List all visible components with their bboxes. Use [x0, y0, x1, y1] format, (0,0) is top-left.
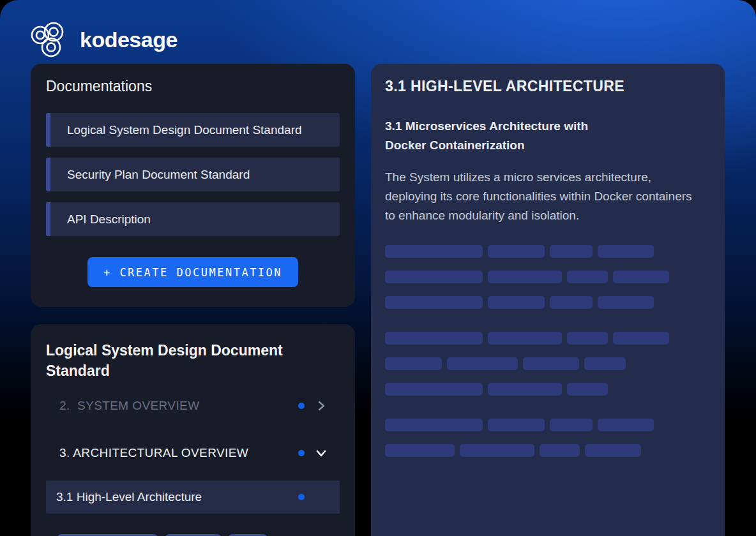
- doc-item-logical-system-design[interactable]: Logical System Design Document Standard: [46, 113, 340, 147]
- skeleton-block: [385, 245, 483, 258]
- kodesage-knot-icon: [29, 21, 67, 58]
- documentation-list: Logical System Design Document Standard …: [46, 113, 340, 236]
- skeleton-row: [385, 332, 669, 345]
- doc-item-label: API Description: [67, 212, 151, 227]
- skeleton-block: [584, 357, 626, 370]
- skeleton-block: [550, 245, 593, 258]
- brand-logo[interactable]: kodesage: [29, 21, 178, 58]
- skeleton-row: [385, 245, 669, 258]
- skeleton-block: [523, 357, 579, 370]
- doc-item-label: Security Plan Document Standard: [67, 168, 250, 182]
- skeleton-block: [385, 383, 483, 396]
- skeleton-block: [385, 332, 483, 345]
- skeleton-block: [585, 444, 641, 457]
- skeleton-block: [540, 444, 580, 457]
- skeleton-block: [598, 296, 654, 309]
- skeleton-block: [488, 245, 545, 258]
- documentations-title: Documentations: [46, 78, 152, 95]
- documentations-panel: Documentations Logical System Design Doc…: [31, 64, 355, 307]
- skeleton-block: [488, 419, 545, 431]
- skeleton-block: [488, 271, 562, 283]
- skeleton-block: [447, 357, 518, 370]
- skeleton-block: [613, 271, 669, 283]
- subsection-high-level-architecture[interactable]: 3.1 High-Level Architecture: [46, 480, 340, 514]
- doc-item-api-description[interactable]: API Description: [46, 202, 340, 236]
- status-dot: [298, 494, 305, 500]
- skeleton-block: [567, 271, 608, 283]
- skeleton-row: [385, 271, 669, 283]
- skeleton-row: [385, 357, 669, 370]
- skeleton-block: [550, 419, 593, 431]
- skeleton-block: [567, 332, 608, 345]
- create-documentation-button[interactable]: + CREATE DOCUMENTATION: [87, 257, 298, 287]
- content-paragraph: The System utilizes a micro services arc…: [385, 168, 693, 225]
- skeleton-block: [385, 296, 483, 309]
- app-window: kodesage Documentations Logical System D…: [0, 0, 756, 536]
- skeleton-block: [567, 383, 608, 396]
- skeleton-row: [385, 296, 669, 309]
- chevron-right-icon[interactable]: [314, 399, 328, 413]
- skeleton-block: [385, 357, 442, 370]
- skeleton-block: [598, 245, 654, 258]
- document-outline-panel: Logical System Design Document Standard …: [31, 324, 355, 536]
- skeleton-row: [385, 419, 669, 431]
- brand-name: kodesage: [80, 27, 178, 52]
- skeleton-block: [488, 383, 562, 396]
- skeleton-block: [488, 296, 545, 309]
- outline-title: Logical System Design Document Standard: [46, 340, 341, 381]
- section-row-architectural-overview[interactable]: 3. ARCHITECTURAL OVERVIEW: [31, 440, 355, 466]
- section-label: 3. ARCHITECTURAL OVERVIEW: [59, 446, 248, 460]
- section-row-system-overview[interactable]: 2. SYSTEM OVERVIEW: [31, 393, 355, 419]
- skeleton-block: [385, 271, 483, 283]
- skeleton-block: [385, 419, 483, 431]
- content-subtitle: 3.1 Microservices Architecture with Dock…: [385, 117, 621, 155]
- skeleton-block: [488, 332, 562, 345]
- subsection-label: 3.1 High-Level Architecture: [56, 490, 202, 504]
- chevron-down-icon[interactable]: [314, 446, 328, 460]
- skeleton-row: [385, 444, 669, 457]
- content-panel: 3.1 HIGH-LEVEL ARCHITECTURE 3.1 Microser…: [371, 64, 725, 536]
- content-title: 3.1 HIGH-LEVEL ARCHITECTURE: [385, 78, 624, 95]
- skeleton-row: [385, 383, 669, 396]
- section-label: 2. SYSTEM OVERVIEW: [59, 399, 199, 413]
- skeleton-block: [550, 296, 593, 309]
- skeleton-block: [460, 444, 534, 457]
- doc-item-label: Logical System Design Document Standard: [67, 123, 302, 137]
- skeleton-block: [385, 444, 455, 457]
- doc-item-security-plan[interactable]: Security Plan Document Standard: [46, 158, 340, 191]
- skeleton-block: [613, 332, 669, 345]
- status-dot: [298, 403, 305, 409]
- content-skeletons: [385, 245, 669, 470]
- status-dot: [298, 450, 305, 456]
- skeleton-block: [598, 419, 654, 431]
